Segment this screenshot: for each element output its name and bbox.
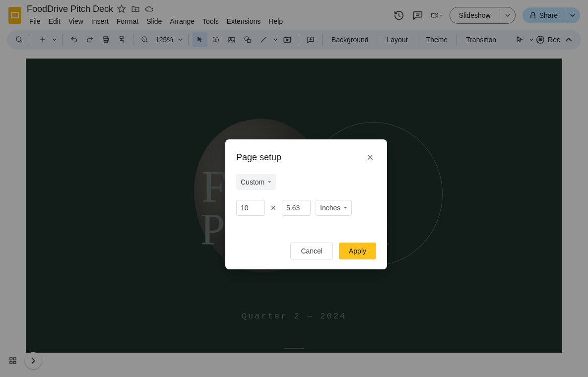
units-dropdown[interactable]: Inches: [316, 200, 352, 216]
page-setup-dialog: Page setup Custom ✕ Inches Cancel Apply: [225, 139, 387, 269]
width-input[interactable]: [236, 200, 265, 216]
dimensions-row: ✕ Inches: [236, 200, 376, 216]
times-icon: ✕: [270, 204, 277, 212]
dialog-actions: Cancel Apply: [236, 243, 376, 259]
chevron-down-icon: [343, 206, 347, 210]
cancel-button[interactable]: Cancel: [290, 243, 333, 259]
dialog-title: Page setup: [236, 152, 281, 163]
apply-button[interactable]: Apply: [339, 243, 376, 259]
size-mode-label: Custom: [241, 178, 264, 186]
dialog-title-row: Page setup: [236, 151, 376, 163]
chevron-down-icon: [267, 180, 271, 184]
units-label: Inches: [320, 204, 340, 212]
close-icon[interactable]: [364, 151, 376, 163]
height-input[interactable]: [282, 200, 311, 216]
size-mode-dropdown[interactable]: Custom: [236, 174, 276, 190]
